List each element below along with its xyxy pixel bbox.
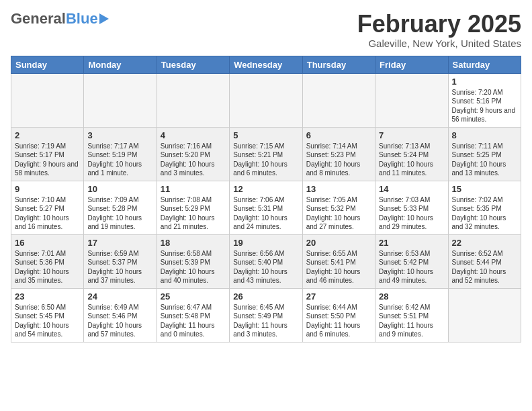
day-info: Sunrise: 6:45 AM Sunset: 5:49 PM Dayligh… bbox=[233, 303, 298, 339]
day-number: 7 bbox=[379, 130, 444, 140]
day-header-sunday: Sunday bbox=[11, 56, 84, 73]
day-number: 4 bbox=[161, 130, 226, 140]
day-cell bbox=[230, 73, 302, 127]
week-row-4: 16Sunrise: 7:01 AM Sunset: 5:36 PM Dayli… bbox=[11, 234, 521, 288]
day-info: Sunrise: 7:11 AM Sunset: 5:25 PM Dayligh… bbox=[452, 142, 517, 178]
title-block: February 2025 Galeville, New York, Unite… bbox=[357, 11, 521, 49]
day-cell bbox=[157, 73, 229, 127]
day-cell: 27Sunrise: 6:44 AM Sunset: 5:50 PM Dayli… bbox=[302, 288, 375, 342]
day-number: 19 bbox=[233, 238, 298, 248]
day-info: Sunrise: 7:19 AM Sunset: 5:17 PM Dayligh… bbox=[15, 142, 80, 178]
day-number: 23 bbox=[15, 291, 80, 302]
day-cell: 25Sunrise: 6:47 AM Sunset: 5:48 PM Dayli… bbox=[157, 288, 229, 342]
day-header-tuesday: Tuesday bbox=[157, 56, 229, 73]
week-row-1: 1Sunrise: 7:20 AM Sunset: 5:16 PM Daylig… bbox=[11, 73, 521, 127]
day-info: Sunrise: 6:50 AM Sunset: 5:45 PM Dayligh… bbox=[15, 303, 80, 339]
day-cell: 20Sunrise: 6:55 AM Sunset: 5:41 PM Dayli… bbox=[302, 234, 375, 288]
day-info: Sunrise: 6:56 AM Sunset: 5:40 PM Dayligh… bbox=[233, 249, 298, 285]
day-number: 12 bbox=[233, 184, 298, 194]
day-number: 16 bbox=[15, 238, 80, 248]
day-cell: 15Sunrise: 7:02 AM Sunset: 5:35 PM Dayli… bbox=[448, 181, 521, 234]
day-number: 10 bbox=[87, 184, 152, 194]
day-info: Sunrise: 7:13 AM Sunset: 5:24 PM Dayligh… bbox=[379, 142, 444, 178]
day-number: 27 bbox=[306, 291, 371, 302]
day-cell bbox=[302, 73, 375, 127]
calendar-table: SundayMondayTuesdayWednesdayThursdayFrid… bbox=[11, 56, 521, 342]
week-row-5: 23Sunrise: 6:50 AM Sunset: 5:45 PM Dayli… bbox=[11, 288, 521, 342]
day-number: 14 bbox=[379, 184, 444, 194]
day-cell: 13Sunrise: 7:05 AM Sunset: 5:32 PM Dayli… bbox=[302, 181, 375, 234]
day-number: 17 bbox=[87, 238, 152, 248]
logo-arrow-icon bbox=[99, 13, 109, 24]
day-info: Sunrise: 6:49 AM Sunset: 5:46 PM Dayligh… bbox=[87, 303, 152, 339]
day-info: Sunrise: 7:05 AM Sunset: 5:32 PM Dayligh… bbox=[306, 195, 371, 232]
day-number: 11 bbox=[161, 184, 226, 194]
day-number: 15 bbox=[452, 184, 517, 194]
day-number: 1 bbox=[452, 77, 517, 87]
day-number: 21 bbox=[379, 238, 444, 248]
day-number: 28 bbox=[379, 291, 444, 302]
day-cell: 24Sunrise: 6:49 AM Sunset: 5:46 PM Dayli… bbox=[84, 288, 157, 342]
day-number: 20 bbox=[306, 238, 371, 248]
day-info: Sunrise: 6:53 AM Sunset: 5:42 PM Dayligh… bbox=[379, 249, 444, 285]
day-cell: 22Sunrise: 6:52 AM Sunset: 5:44 PM Dayli… bbox=[448, 234, 521, 288]
day-number: 26 bbox=[233, 291, 298, 302]
day-info: Sunrise: 7:02 AM Sunset: 5:35 PM Dayligh… bbox=[452, 195, 517, 232]
day-number: 22 bbox=[452, 238, 517, 248]
day-info: Sunrise: 6:55 AM Sunset: 5:41 PM Dayligh… bbox=[306, 249, 371, 285]
day-info: Sunrise: 6:58 AM Sunset: 5:39 PM Dayligh… bbox=[161, 249, 226, 285]
header: GeneralBlue February 2025 Galeville, New… bbox=[11, 11, 521, 49]
day-info: Sunrise: 7:06 AM Sunset: 5:31 PM Dayligh… bbox=[233, 195, 298, 232]
month-year: February 2025 bbox=[357, 11, 521, 38]
day-cell: 19Sunrise: 6:56 AM Sunset: 5:40 PM Dayli… bbox=[230, 234, 302, 288]
day-cell: 9Sunrise: 7:10 AM Sunset: 5:27 PM Daylig… bbox=[11, 181, 84, 234]
day-cell bbox=[84, 73, 157, 127]
week-row-3: 9Sunrise: 7:10 AM Sunset: 5:27 PM Daylig… bbox=[11, 181, 521, 234]
day-cell: 21Sunrise: 6:53 AM Sunset: 5:42 PM Dayli… bbox=[375, 234, 448, 288]
day-cell: 23Sunrise: 6:50 AM Sunset: 5:45 PM Dayli… bbox=[11, 288, 84, 342]
day-number: 18 bbox=[161, 238, 226, 248]
day-number: 13 bbox=[306, 184, 371, 194]
day-info: Sunrise: 7:01 AM Sunset: 5:36 PM Dayligh… bbox=[15, 249, 80, 285]
day-cell: 11Sunrise: 7:08 AM Sunset: 5:29 PM Dayli… bbox=[157, 181, 229, 234]
day-info: Sunrise: 7:03 AM Sunset: 5:33 PM Dayligh… bbox=[379, 195, 444, 232]
day-cell: 10Sunrise: 7:09 AM Sunset: 5:28 PM Dayli… bbox=[84, 181, 157, 234]
day-cell: 28Sunrise: 6:42 AM Sunset: 5:51 PM Dayli… bbox=[375, 288, 448, 342]
day-info: Sunrise: 7:09 AM Sunset: 5:28 PM Dayligh… bbox=[87, 195, 152, 232]
day-cell: 26Sunrise: 6:45 AM Sunset: 5:49 PM Dayli… bbox=[230, 288, 302, 342]
day-header-thursday: Thursday bbox=[302, 56, 375, 73]
day-info: Sunrise: 7:10 AM Sunset: 5:27 PM Dayligh… bbox=[15, 195, 80, 232]
day-info: Sunrise: 7:20 AM Sunset: 5:16 PM Dayligh… bbox=[452, 88, 517, 124]
day-cell: 8Sunrise: 7:11 AM Sunset: 5:25 PM Daylig… bbox=[448, 127, 521, 181]
day-cell: 18Sunrise: 6:58 AM Sunset: 5:39 PM Dayli… bbox=[157, 234, 229, 288]
day-info: Sunrise: 7:16 AM Sunset: 5:20 PM Dayligh… bbox=[161, 142, 226, 178]
day-info: Sunrise: 6:42 AM Sunset: 5:51 PM Dayligh… bbox=[379, 303, 444, 339]
day-cell: 6Sunrise: 7:14 AM Sunset: 5:23 PM Daylig… bbox=[302, 127, 375, 181]
day-cell: 17Sunrise: 6:59 AM Sunset: 5:37 PM Dayli… bbox=[84, 234, 157, 288]
day-cell: 12Sunrise: 7:06 AM Sunset: 5:31 PM Dayli… bbox=[230, 181, 302, 234]
day-info: Sunrise: 6:47 AM Sunset: 5:48 PM Dayligh… bbox=[161, 303, 226, 339]
day-number: 25 bbox=[161, 291, 226, 302]
day-header-monday: Monday bbox=[84, 56, 157, 73]
day-cell: 4Sunrise: 7:16 AM Sunset: 5:20 PM Daylig… bbox=[157, 127, 229, 181]
day-cell bbox=[11, 73, 84, 127]
day-info: Sunrise: 7:17 AM Sunset: 5:19 PM Dayligh… bbox=[87, 142, 152, 178]
day-number: 24 bbox=[87, 291, 152, 302]
day-header-friday: Friday bbox=[375, 56, 448, 73]
day-cell: 16Sunrise: 7:01 AM Sunset: 5:36 PM Dayli… bbox=[11, 234, 84, 288]
day-cell: 3Sunrise: 7:17 AM Sunset: 5:19 PM Daylig… bbox=[84, 127, 157, 181]
day-cell: 5Sunrise: 7:15 AM Sunset: 5:21 PM Daylig… bbox=[230, 127, 302, 181]
day-info: Sunrise: 7:08 AM Sunset: 5:29 PM Dayligh… bbox=[161, 195, 226, 232]
day-number: 9 bbox=[15, 184, 80, 194]
day-header-wednesday: Wednesday bbox=[230, 56, 302, 73]
day-number: 8 bbox=[452, 130, 517, 140]
day-info: Sunrise: 6:52 AM Sunset: 5:44 PM Dayligh… bbox=[452, 249, 517, 285]
day-cell: 1Sunrise: 7:20 AM Sunset: 5:16 PM Daylig… bbox=[448, 73, 521, 127]
day-number: 5 bbox=[233, 130, 298, 140]
location: Galeville, New York, United States bbox=[357, 38, 521, 49]
calendar-container: GeneralBlue February 2025 Galeville, New… bbox=[0, 0, 532, 348]
week-row-2: 2Sunrise: 7:19 AM Sunset: 5:17 PM Daylig… bbox=[11, 127, 521, 181]
day-cell: 14Sunrise: 7:03 AM Sunset: 5:33 PM Dayli… bbox=[375, 181, 448, 234]
day-info: Sunrise: 7:14 AM Sunset: 5:23 PM Dayligh… bbox=[306, 142, 371, 178]
day-cell: 7Sunrise: 7:13 AM Sunset: 5:24 PM Daylig… bbox=[375, 127, 448, 181]
